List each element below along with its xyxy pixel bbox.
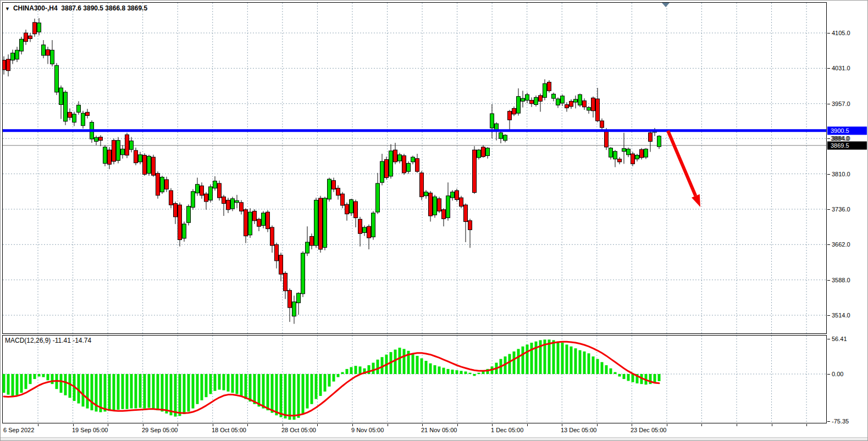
time-axis-tick xyxy=(772,424,772,426)
time-axis-label: 13 Dec 05:00 xyxy=(561,427,596,433)
time-axis-tick xyxy=(667,424,667,426)
time-axis-tick xyxy=(527,424,528,426)
time-axis-tick xyxy=(701,424,702,426)
time-axis-tick xyxy=(108,424,108,426)
time-axis-label: 18 Oct 05:00 xyxy=(212,427,246,433)
price-axis-label: 4105.0 xyxy=(832,30,850,36)
horizontal-gridlines xyxy=(3,33,826,315)
price-axis-tick xyxy=(827,33,830,34)
time-axis-tick xyxy=(388,424,388,426)
macd-axis-tick xyxy=(827,374,830,375)
time-axis-tick xyxy=(213,424,213,426)
price-axis-tick xyxy=(827,280,830,281)
price-axis-tick xyxy=(827,244,830,245)
time-axis-label: 6 Sep 2022 xyxy=(3,427,34,433)
price-axis-label: 3957.0 xyxy=(832,101,850,107)
time-axis-label: 28 Oct 05:00 xyxy=(281,427,316,433)
chart-title: ▼CHINA300-,H4 3887.6 3890.5 3866.8 3869.… xyxy=(5,4,147,12)
time-axis-tick xyxy=(737,424,737,426)
time-axis-tick xyxy=(178,424,178,426)
symbol-period-label: CHINA300-,H4 xyxy=(13,4,58,12)
time-axis-tick xyxy=(283,424,283,426)
symbol-dropdown-icon[interactable]: ▼ xyxy=(5,6,10,12)
price-axis-tick xyxy=(827,315,830,316)
time-axis-tick xyxy=(352,424,353,426)
price-axis-label: 3662.0 xyxy=(832,241,850,248)
time-axis-tick xyxy=(143,424,143,426)
main-chart-frame xyxy=(3,3,827,334)
time-axis-tick xyxy=(597,424,598,426)
time-axis-label: 1 Dec 05:00 xyxy=(491,427,523,433)
price-axis-label: 3514.0 xyxy=(832,312,850,319)
axis-corner xyxy=(827,423,868,438)
time-axis-tick xyxy=(562,424,562,426)
time-axis-label: 21 Nov 05:00 xyxy=(421,427,457,433)
macd-axis-label: 56.41 xyxy=(832,336,847,342)
price-axis-label: 3588.0 xyxy=(832,277,850,283)
price-axis-tick xyxy=(827,174,830,175)
macd-panel[interactable] xyxy=(2,335,827,423)
time-axis-tick xyxy=(632,424,632,426)
price-axis-label: 4031.0 xyxy=(832,65,850,71)
bid-price-box: 3869.5 xyxy=(827,141,867,149)
time-axis-tick xyxy=(492,424,493,426)
price-axis-label: 3810.0 xyxy=(832,171,850,177)
macd-axis-tick xyxy=(827,421,830,422)
chart-window: ▼CHINA300-,H4 3887.6 3890.5 3866.8 3869.… xyxy=(0,0,868,441)
time-axis-tick xyxy=(422,424,423,426)
resistance-price-box: 3900.5 xyxy=(827,126,867,135)
price-axis-tick xyxy=(827,68,830,69)
main-chart-area[interactable] xyxy=(2,2,827,334)
window-bottom-edge xyxy=(1,437,868,441)
price-axis-tick xyxy=(827,104,830,104)
time-axis-tick xyxy=(38,424,38,426)
time-axis-label: 29 Sep 05:00 xyxy=(142,427,178,433)
time-axis-tick xyxy=(317,424,318,426)
time-axis-label: 9 Nov 05:00 xyxy=(351,427,384,433)
ohlc-quote-label: 3887.6 3890.5 3866.8 3869.5 xyxy=(61,4,147,12)
down-arrow-object[interactable] xyxy=(668,131,700,207)
time-axis-tick xyxy=(457,424,458,426)
macd-axis-label: 0.00 xyxy=(832,371,843,377)
time-axis-label: 23 Dec 05:00 xyxy=(631,427,666,433)
chart-shift-marker-icon[interactable] xyxy=(662,3,670,7)
time-axis-label: 19 Sep 05:00 xyxy=(72,427,108,433)
macd-axis-tick xyxy=(827,339,830,339)
price-axis-label: 3736.0 xyxy=(832,206,850,213)
macd-indicator-label: MACD(12,26,9) -11.41 -14.74 xyxy=(5,337,91,344)
macd-signal-line xyxy=(4,342,659,416)
time-axis-tick xyxy=(73,424,74,426)
time-axis-tick xyxy=(247,424,248,426)
price-axis-tick xyxy=(827,209,830,210)
time-axis-tick xyxy=(806,424,807,426)
